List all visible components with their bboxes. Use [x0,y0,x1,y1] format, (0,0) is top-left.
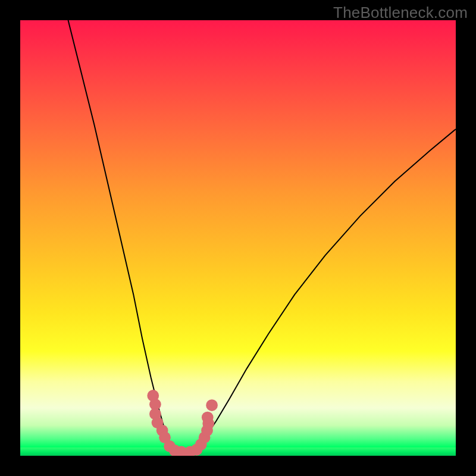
left-curve [68,20,188,455]
dot-cluster [147,390,218,456]
chart-frame: TheBottleneck.com [0,0,476,476]
right-curve [188,129,456,455]
dot-point [206,399,218,411]
dot-point [202,412,214,424]
watermark-text: TheBottleneck.com [333,4,468,22]
plot-area [20,20,456,456]
curve-layer [20,20,456,456]
